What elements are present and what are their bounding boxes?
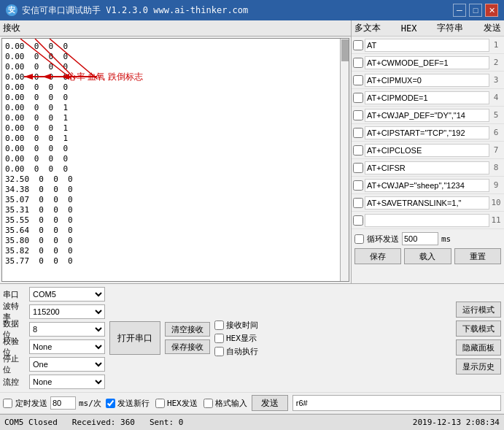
recv-label: 接收 xyxy=(0,20,351,37)
timed-send-input[interactable] xyxy=(50,396,76,410)
cmd-checkbox-4[interactable] xyxy=(353,93,363,103)
cmd-text-8[interactable] xyxy=(365,161,489,174)
cmd-row-4: 4 xyxy=(352,89,504,107)
port-label: 串口 xyxy=(3,289,26,300)
cmd-num-11: 11 xyxy=(489,215,503,225)
main-container: 接收 0.00 0 0 0 0.00 0 0 0 0.00 0 0 0 0.00… xyxy=(0,20,504,430)
bottom-section: 串口 COM5 波特率 115200 数据位 8 xyxy=(0,283,504,430)
cmd-text-9[interactable] xyxy=(365,179,489,192)
recv-time-item: 接收时间 xyxy=(214,320,258,331)
app-title: 安信可串口调试助手 V1.2.3.0 www.ai-thinker.com xyxy=(22,4,248,17)
stopbits-select[interactable]: One xyxy=(29,357,105,372)
open-serial-button[interactable]: 打开串口 xyxy=(109,321,160,355)
format-input-item: 格式输入 xyxy=(203,398,247,409)
parity-select[interactable]: None xyxy=(29,339,105,354)
app-icon: 安 xyxy=(6,4,18,16)
send-col-label: 发送 xyxy=(484,22,501,34)
timed-send-label: 定时发送 xyxy=(15,398,47,409)
port-select[interactable]: COM5 xyxy=(29,287,105,302)
cmd-text-7[interactable] xyxy=(365,144,489,157)
flow-row: 流控 None xyxy=(3,374,105,390)
newline-checkbox[interactable] xyxy=(106,399,115,408)
cmd-text-4[interactable] xyxy=(365,91,489,104)
download-mode-button[interactable]: 下载模式 xyxy=(456,320,501,337)
cmd-checkbox-2[interactable] xyxy=(353,58,363,68)
newline-label: 发送新行 xyxy=(117,398,150,409)
cmd-checkbox-6[interactable] xyxy=(353,128,363,138)
left-controls: 串口 COM5 波特率 115200 数据位 8 xyxy=(3,286,105,390)
loop-send-label: 循环发送 xyxy=(367,234,399,245)
cmd-text-2[interactable] xyxy=(365,56,489,69)
cmd-checkbox-9[interactable] xyxy=(353,180,363,191)
send-button[interactable]: 发送 xyxy=(252,395,288,411)
cmd-row-11: 11 xyxy=(352,212,504,229)
controls-row: 串口 COM5 波特率 115200 数据位 8 xyxy=(0,284,504,393)
hex-display-label: HEX显示 xyxy=(226,333,257,344)
cmd-text-3[interactable] xyxy=(365,74,489,87)
bottom-btn-row: 保存 载入 重置 xyxy=(354,248,501,264)
cmd-num-10: 10 xyxy=(489,198,503,207)
save-button[interactable]: 保存 xyxy=(354,248,401,264)
loop-send-input[interactable] xyxy=(402,232,438,245)
cmd-checkbox-5[interactable] xyxy=(353,110,363,120)
databits-select[interactable]: 8 xyxy=(29,322,105,337)
cmd-text-10[interactable] xyxy=(365,196,489,210)
char-label: 字符串 xyxy=(437,22,463,34)
cmd-text-11[interactable] xyxy=(365,214,489,227)
cmd-row-6: 6 xyxy=(352,124,504,142)
checkboxes-area: 接收时间 HEX显示 自动执行 xyxy=(214,320,258,357)
minimize-button[interactable]: ─ xyxy=(453,4,466,17)
cmd-text-1[interactable] xyxy=(365,39,489,52)
cmd-checkbox-8[interactable] xyxy=(353,163,363,173)
cmd-row-1: 1 xyxy=(352,37,504,54)
cmd-checkbox-7[interactable] xyxy=(353,145,363,156)
baud-select[interactable]: 115200 xyxy=(29,304,105,319)
status-sent: Sent: 0 xyxy=(150,418,183,427)
terminal-scrollbar[interactable] xyxy=(340,39,349,281)
cmd-row-5: 5 xyxy=(352,107,504,124)
cmd-num-1: 1 xyxy=(489,40,503,50)
recv-time-checkbox[interactable] xyxy=(214,320,224,330)
send-row: 定时发送 ms/次 发送新行 HEX发送 格式输入 发送 xyxy=(0,393,504,414)
right-panel-header: 多文本 HEX 字符串 发送 xyxy=(352,20,504,37)
cmd-checkbox-3[interactable] xyxy=(353,75,363,85)
format-input-checkbox[interactable] xyxy=(203,399,213,408)
auto-run-checkbox[interactable] xyxy=(214,347,224,356)
hex-display-checkbox[interactable] xyxy=(214,334,224,343)
hide-panel-button[interactable]: 隐藏面板 xyxy=(456,339,501,356)
close-button[interactable]: ✕ xyxy=(485,4,498,17)
timed-send-checkbox[interactable] xyxy=(3,399,12,408)
cmd-row-3: 3 xyxy=(352,72,504,89)
duowen-label: 多文本 xyxy=(354,22,381,34)
show-history-button[interactable]: 显示历史 xyxy=(456,358,501,375)
flow-select[interactable]: None xyxy=(29,375,105,389)
cmd-num-8: 8 xyxy=(489,163,503,172)
load-button[interactable]: 载入 xyxy=(404,248,451,264)
hex-send-checkbox[interactable] xyxy=(155,399,165,408)
clear-recv-button[interactable]: 清空接收 xyxy=(165,322,210,337)
cmd-checkbox-11[interactable] xyxy=(353,215,363,226)
recv-time-label: 接收时间 xyxy=(226,320,258,331)
hex-display-item: HEX显示 xyxy=(214,333,258,344)
reset-button[interactable]: 重置 xyxy=(454,248,501,264)
timed-send-area: 定时发送 ms/次 xyxy=(3,396,101,410)
scrollbar-thumb[interactable] xyxy=(341,39,349,61)
status-port: COM5 Closed xyxy=(4,418,58,427)
loop-send-checkbox[interactable] xyxy=(354,234,364,244)
stopbits-row: 停止位 One xyxy=(3,356,105,372)
newline-item: 发送新行 xyxy=(106,398,150,409)
cmd-checkbox-1[interactable] xyxy=(353,40,363,50)
send-input[interactable] xyxy=(292,395,501,411)
cmd-text-6[interactable] xyxy=(365,126,489,139)
cmd-row-8: 8 xyxy=(352,159,504,177)
content-area: 接收 0.00 0 0 0 0.00 0 0 0 0.00 0 0 0 0.00… xyxy=(0,20,504,283)
cmd-row-2: 2 xyxy=(352,54,504,72)
terminal-area[interactable]: 0.00 0 0 0 0.00 0 0 0 0.00 0 0 0 0.00 0 … xyxy=(1,38,349,282)
cmd-text-5[interactable] xyxy=(365,109,489,122)
save-recv-button[interactable]: 保存接收 xyxy=(165,339,210,354)
right-panel: 多文本 HEX 字符串 发送 1234567891011 循环发送 ms 保存 … xyxy=(351,20,504,283)
maximize-button[interactable]: □ xyxy=(469,4,482,17)
run-mode-button[interactable]: 运行模式 xyxy=(456,302,501,318)
cmd-checkbox-10[interactable] xyxy=(353,198,363,208)
title-bar: 安 安信可串口调试助手 V1.2.3.0 www.ai-thinker.com … xyxy=(0,0,504,20)
